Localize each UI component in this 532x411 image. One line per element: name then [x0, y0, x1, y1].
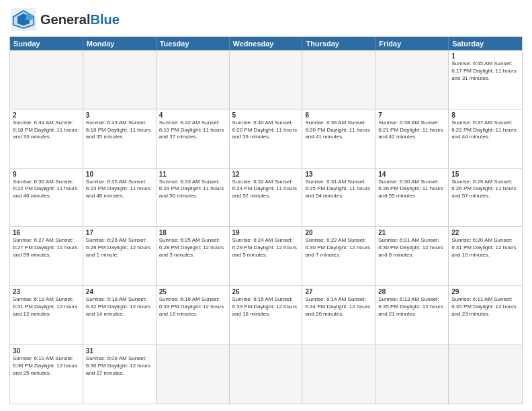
calendar-day-empty	[83, 50, 157, 109]
logo-text: GeneralBlue	[40, 12, 120, 28]
calendar-day-1: 1Sunrise: 6:45 AM Sunset: 6:17 PM Daylig…	[449, 50, 522, 109]
day-number: 26	[232, 288, 300, 295]
day-header-friday: Friday	[375, 37, 449, 50]
calendar-day-24: 24Sunrise: 6:18 AM Sunset: 6:32 PM Dayli…	[83, 286, 157, 345]
calendar-header: SundayMondayTuesdayWednesdayThursdayFrid…	[10, 37, 522, 50]
day-number: 27	[305, 288, 372, 295]
day-number: 6	[305, 111, 372, 119]
day-header-saturday: Saturday	[449, 37, 522, 50]
calendar-day-19: 19Sunrise: 6:24 AM Sunset: 6:29 PM Dayli…	[230, 227, 303, 285]
day-number: 8	[451, 111, 519, 119]
day-number: 1	[451, 52, 519, 60]
day-number: 24	[86, 288, 153, 295]
calendar-day-empty	[302, 50, 375, 109]
calendar: SundayMondayTuesdayWednesdayThursdayFrid…	[9, 36, 523, 404]
calendar-day-empty	[449, 345, 522, 404]
day-info: Sunrise: 6:25 AM Sunset: 6:28 PM Dayligh…	[159, 237, 226, 259]
calendar-day-28: 28Sunrise: 6:13 AM Sunset: 6:35 PM Dayli…	[375, 286, 449, 345]
day-info: Sunrise: 6:11 AM Sunset: 6:35 PM Dayligh…	[451, 296, 519, 318]
day-info: Sunrise: 6:32 AM Sunset: 6:24 PM Dayligh…	[232, 179, 300, 200]
day-info: Sunrise: 6:42 AM Sunset: 6:19 PM Dayligh…	[159, 120, 226, 141]
day-number: 7	[378, 111, 445, 119]
calendar-week-4: 23Sunrise: 6:19 AM Sunset: 6:31 PM Dayli…	[10, 286, 522, 345]
day-number: 3	[86, 111, 153, 119]
calendar-day-empty	[157, 50, 230, 109]
day-header-wednesday: Wednesday	[230, 37, 303, 50]
day-number: 30	[13, 347, 80, 355]
day-info: Sunrise: 6:20 AM Sunset: 6:31 PM Dayligh…	[451, 237, 519, 259]
calendar-day-6: 6Sunrise: 6:39 AM Sunset: 6:20 PM Daylig…	[302, 109, 375, 168]
day-info: Sunrise: 6:15 AM Sunset: 6:33 PM Dayligh…	[232, 296, 300, 318]
logo-blue-text: Blue	[90, 12, 119, 27]
logo-general-text: General	[40, 12, 90, 27]
calendar-day-empty	[230, 345, 303, 404]
calendar-day-empty	[302, 345, 375, 404]
day-info: Sunrise: 6:19 AM Sunset: 6:31 PM Dayligh…	[13, 296, 80, 318]
calendar-day-31: 31Sunrise: 6:09 AM Sunset: 6:36 PM Dayli…	[83, 345, 157, 404]
header: GeneralBlue	[9, 7, 523, 32]
day-number: 18	[159, 229, 226, 236]
day-number: 13	[305, 171, 372, 178]
calendar-day-4: 4Sunrise: 6:42 AM Sunset: 6:19 PM Daylig…	[157, 109, 230, 168]
day-info: Sunrise: 6:24 AM Sunset: 6:29 PM Dayligh…	[232, 237, 300, 259]
page: GeneralBlue SundayMondayTuesdayWednesday…	[0, 0, 532, 411]
day-number: 17	[86, 229, 153, 236]
calendar-day-30: 30Sunrise: 6:10 AM Sunset: 6:36 PM Dayli…	[10, 345, 83, 404]
day-info: Sunrise: 6:43 AM Sunset: 6:18 PM Dayligh…	[86, 120, 153, 141]
calendar-body: 1Sunrise: 6:45 AM Sunset: 6:17 PM Daylig…	[10, 50, 522, 404]
day-info: Sunrise: 6:30 AM Sunset: 6:26 PM Dayligh…	[378, 179, 445, 200]
calendar-day-20: 20Sunrise: 6:22 AM Sunset: 6:30 PM Dayli…	[302, 227, 375, 285]
day-header-thursday: Thursday	[302, 37, 375, 50]
day-info: Sunrise: 6:37 AM Sunset: 6:22 PM Dayligh…	[451, 120, 519, 141]
calendar-day-9: 9Sunrise: 6:36 AM Sunset: 6:22 PM Daylig…	[10, 169, 83, 227]
day-info: Sunrise: 6:36 AM Sunset: 6:22 PM Dayligh…	[13, 179, 80, 200]
day-info: Sunrise: 6:14 AM Sunset: 6:34 PM Dayligh…	[305, 296, 372, 318]
calendar-day-3: 3Sunrise: 6:43 AM Sunset: 6:18 PM Daylig…	[83, 109, 157, 168]
day-info: Sunrise: 6:26 AM Sunset: 6:28 PM Dayligh…	[86, 237, 153, 259]
day-number: 11	[159, 171, 226, 178]
calendar-day-25: 25Sunrise: 6:16 AM Sunset: 6:33 PM Dayli…	[157, 286, 230, 345]
calendar-day-empty	[230, 50, 303, 109]
day-number: 12	[232, 171, 300, 178]
day-info: Sunrise: 6:38 AM Sunset: 6:21 PM Dayligh…	[378, 120, 445, 141]
calendar-day-27: 27Sunrise: 6:14 AM Sunset: 6:34 PM Dayli…	[302, 286, 375, 345]
day-info: Sunrise: 6:33 AM Sunset: 6:24 PM Dayligh…	[159, 179, 226, 200]
day-info: Sunrise: 6:40 AM Sunset: 6:20 PM Dayligh…	[232, 120, 300, 141]
calendar-week-2: 9Sunrise: 6:36 AM Sunset: 6:22 PM Daylig…	[10, 169, 522, 228]
calendar-day-13: 13Sunrise: 6:31 AM Sunset: 6:25 PM Dayli…	[302, 169, 375, 227]
day-number: 14	[378, 171, 445, 178]
calendar-week-5: 30Sunrise: 6:10 AM Sunset: 6:36 PM Dayli…	[10, 345, 522, 404]
calendar-day-empty	[375, 50, 449, 109]
day-info: Sunrise: 6:13 AM Sunset: 6:35 PM Dayligh…	[378, 296, 445, 318]
day-number: 31	[86, 347, 153, 355]
calendar-week-3: 16Sunrise: 6:27 AM Sunset: 6:27 PM Dayli…	[10, 227, 522, 286]
day-number: 19	[232, 229, 300, 236]
calendar-day-14: 14Sunrise: 6:30 AM Sunset: 6:26 PM Dayli…	[375, 169, 449, 227]
calendar-day-26: 26Sunrise: 6:15 AM Sunset: 6:33 PM Dayli…	[230, 286, 303, 345]
day-info: Sunrise: 6:39 AM Sunset: 6:20 PM Dayligh…	[305, 120, 372, 141]
day-info: Sunrise: 6:35 AM Sunset: 6:23 PM Dayligh…	[86, 179, 153, 200]
day-number: 28	[378, 288, 445, 295]
calendar-day-7: 7Sunrise: 6:38 AM Sunset: 6:21 PM Daylig…	[375, 109, 449, 168]
day-number: 10	[86, 171, 153, 178]
day-number: 22	[451, 229, 519, 236]
day-info: Sunrise: 6:16 AM Sunset: 6:33 PM Dayligh…	[159, 296, 226, 318]
calendar-day-12: 12Sunrise: 6:32 AM Sunset: 6:24 PM Dayli…	[230, 169, 303, 227]
calendar-day-2: 2Sunrise: 6:44 AM Sunset: 6:18 PM Daylig…	[10, 109, 83, 168]
day-info: Sunrise: 6:44 AM Sunset: 6:18 PM Dayligh…	[13, 120, 80, 141]
day-header-tuesday: Tuesday	[157, 37, 230, 50]
calendar-day-16: 16Sunrise: 6:27 AM Sunset: 6:27 PM Dayli…	[10, 227, 83, 285]
calendar-day-5: 5Sunrise: 6:40 AM Sunset: 6:20 PM Daylig…	[230, 109, 303, 168]
day-number: 2	[13, 111, 80, 119]
day-number: 21	[378, 229, 445, 236]
day-info: Sunrise: 6:31 AM Sunset: 6:25 PM Dayligh…	[305, 179, 372, 200]
day-header-monday: Monday	[83, 37, 157, 50]
day-number: 23	[13, 288, 80, 295]
calendar-day-empty	[375, 345, 449, 404]
day-number: 16	[13, 229, 80, 236]
calendar-day-22: 22Sunrise: 6:20 AM Sunset: 6:31 PM Dayli…	[449, 227, 522, 285]
calendar-day-23: 23Sunrise: 6:19 AM Sunset: 6:31 PM Dayli…	[10, 286, 83, 345]
day-number: 29	[451, 288, 519, 295]
day-info: Sunrise: 6:18 AM Sunset: 6:32 PM Dayligh…	[86, 296, 153, 318]
calendar-week-1: 2Sunrise: 6:44 AM Sunset: 6:18 PM Daylig…	[10, 109, 522, 169]
